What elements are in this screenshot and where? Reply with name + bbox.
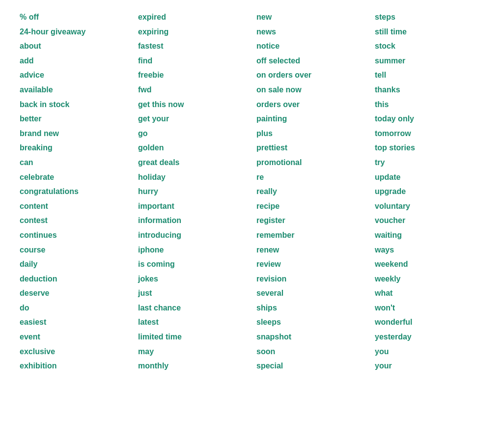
list-item: painting: [256, 112, 365, 126]
list-item: deduction: [20, 272, 128, 286]
list-item: yesterday: [375, 330, 483, 344]
list-item: easiest: [20, 315, 128, 330]
list-item: just: [138, 286, 247, 301]
list-item: deserve: [20, 286, 128, 301]
list-item: notice: [256, 39, 365, 54]
list-item: ships: [256, 301, 365, 315]
list-item: may: [138, 344, 247, 359]
list-item: register: [256, 213, 365, 228]
list-item: back in stock: [20, 97, 128, 112]
list-item: tomorrow: [375, 126, 483, 141]
list-item: thanks: [375, 83, 483, 97]
list-item: 24-hour giveaway: [20, 25, 128, 39]
list-item: jokes: [138, 272, 247, 286]
list-item: plus: [256, 126, 365, 141]
list-item: summer: [375, 54, 483, 68]
list-item: latest: [138, 315, 247, 330]
list-item: monthly: [138, 359, 247, 373]
list-item: find: [138, 54, 247, 68]
list-item: snapshot: [256, 330, 365, 344]
list-item: news: [256, 25, 365, 39]
list-item: exhibition: [20, 359, 128, 373]
list-item: fastest: [138, 39, 247, 54]
list-item: voluntary: [375, 199, 483, 214]
list-item: on orders over: [256, 68, 365, 83]
list-item: new: [256, 10, 365, 25]
list-item: ways: [375, 243, 483, 257]
list-item: continues: [20, 228, 128, 243]
list-item: still time: [375, 25, 483, 39]
list-item: weekly: [375, 272, 483, 286]
list-item: great deals: [138, 155, 247, 170]
list-item: course: [20, 243, 128, 257]
list-item: tell: [375, 68, 483, 83]
list-item: you: [375, 344, 483, 359]
list-item: congratulations: [20, 184, 128, 199]
list-item: advice: [20, 68, 128, 83]
list-item: sleeps: [256, 315, 365, 330]
list-item: voucher: [375, 213, 483, 228]
word-grid: % off24-hour giveawayaboutaddadviceavail…: [15, 10, 488, 373]
list-item: brand new: [20, 126, 128, 141]
list-item: soon: [256, 344, 365, 359]
list-item: expired: [138, 10, 247, 25]
list-item: several: [256, 286, 365, 301]
list-item: renew: [256, 243, 365, 257]
list-item: breaking: [20, 140, 128, 155]
list-item: exclusive: [20, 344, 128, 359]
list-item: promotional: [256, 155, 365, 170]
list-item: contest: [20, 213, 128, 228]
list-item: recipe: [256, 199, 365, 214]
list-item: off selected: [256, 54, 365, 68]
list-item: about: [20, 39, 128, 54]
list-item: limited time: [138, 330, 247, 344]
list-item: get your: [138, 112, 247, 126]
list-item: prettiest: [256, 140, 365, 155]
list-item: waiting: [375, 228, 483, 243]
list-item: important: [138, 199, 247, 214]
list-item: re: [256, 170, 365, 185]
list-item: holiday: [138, 170, 247, 185]
list-item: hurry: [138, 184, 247, 199]
list-item: is coming: [138, 257, 247, 272]
list-item: wonderful: [375, 315, 483, 330]
list-item: really: [256, 184, 365, 199]
list-item: special: [256, 359, 365, 373]
list-item: try: [375, 155, 483, 170]
list-item: go: [138, 126, 247, 141]
list-item: orders over: [256, 97, 365, 112]
list-item: event: [20, 330, 128, 344]
list-item: weekend: [375, 257, 483, 272]
list-item: this: [375, 97, 483, 112]
list-item: your: [375, 359, 483, 373]
list-item: last chance: [138, 301, 247, 315]
list-item: golden: [138, 140, 247, 155]
list-item: iphone: [138, 243, 247, 257]
list-item: stock: [375, 39, 483, 54]
list-item: today only: [375, 112, 483, 126]
column-3: newnewsnoticeoff selectedon orders overo…: [252, 10, 370, 373]
list-item: get this now: [138, 97, 247, 112]
list-item: daily: [20, 257, 128, 272]
list-item: update: [375, 170, 483, 185]
list-item: add: [20, 54, 128, 68]
list-item: revision: [256, 272, 365, 286]
list-item: % off: [20, 10, 128, 25]
list-item: information: [138, 213, 247, 228]
list-item: celebrate: [20, 170, 128, 185]
list-item: won't: [375, 301, 483, 315]
list-item: remember: [256, 228, 365, 243]
column-2: expiredexpiringfastestfindfreebiefwdget …: [133, 10, 252, 373]
list-item: can: [20, 155, 128, 170]
list-item: fwd: [138, 83, 247, 97]
list-item: upgrade: [375, 184, 483, 199]
list-item: freebie: [138, 68, 247, 83]
list-item: do: [20, 301, 128, 315]
list-item: better: [20, 112, 128, 126]
column-1: % off24-hour giveawayaboutaddadviceavail…: [15, 10, 133, 373]
list-item: top stories: [375, 140, 483, 155]
list-item: steps: [375, 10, 483, 25]
list-item: review: [256, 257, 365, 272]
list-item: expiring: [138, 25, 247, 39]
list-item: content: [20, 199, 128, 214]
